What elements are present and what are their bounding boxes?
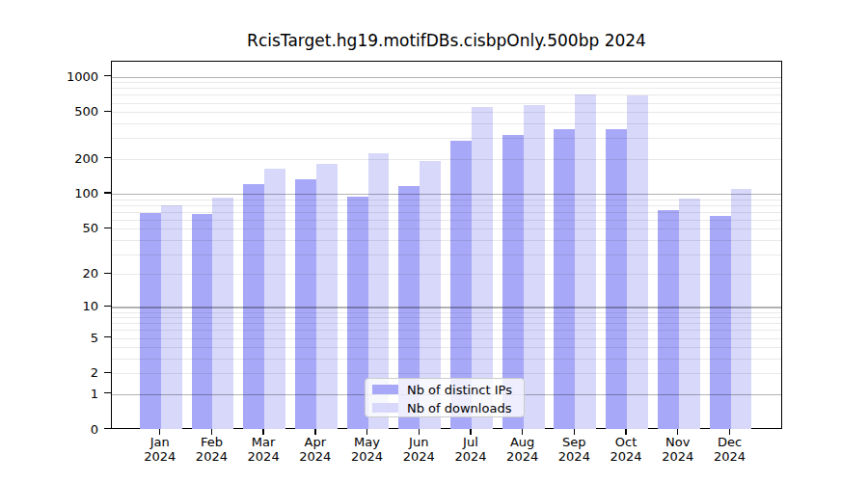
legend-swatch-downloads <box>372 403 398 413</box>
bar-downloads-apr <box>316 164 338 430</box>
grid-line-minor <box>112 274 781 275</box>
grid-line-minor <box>112 205 781 206</box>
legend: Nb of distinct IPs Nb of downloads <box>365 378 525 417</box>
grid-line-minor <box>112 82 781 83</box>
bar-downloads-oct <box>627 95 648 429</box>
grid-line-minor <box>112 373 781 374</box>
y-axis-tick-mark <box>104 273 111 274</box>
x-axis-tick-mark <box>522 429 523 435</box>
grid-line-minor <box>112 330 781 331</box>
grid-line-minor <box>112 212 781 213</box>
bar-distinct-ips-nov <box>658 210 679 429</box>
grid-line-minor <box>112 317 781 318</box>
y-axis-tick-label: 20 <box>82 266 98 281</box>
grid-line-major <box>112 307 781 308</box>
y-axis-tick-label: 5 <box>91 330 98 344</box>
legend-label-downloads: Nb of downloads <box>407 402 511 415</box>
y-axis-tick-mark <box>104 336 111 337</box>
grid-line-minor <box>112 254 781 255</box>
legend-label-distinct-ips: Nb of distinct IPs <box>407 384 512 396</box>
y-axis-tick-mark <box>104 228 111 228</box>
x-axis-tick-mark <box>366 429 367 435</box>
grid-line-minor <box>112 228 781 229</box>
x-axis-tick-mark <box>470 429 471 435</box>
chart-title: RcisTarget.hg19.motifDBs.cisbpOnly.500bp… <box>111 31 782 50</box>
x-axis-tick-mark <box>262 429 263 435</box>
grid-line-minor <box>112 94 781 95</box>
y-axis-tick-label: 10 <box>82 299 98 313</box>
x-axis-tick-mark <box>574 429 575 435</box>
y-axis-tick-label: 1000 <box>67 68 98 83</box>
y-axis-tick-mark <box>104 75 111 76</box>
x-axis-tick-label: Dec2024 <box>696 435 764 464</box>
y-axis-tick-mark <box>104 157 111 158</box>
x-axis-tick-mark <box>211 429 212 435</box>
x-axis-tick-mark <box>419 429 420 435</box>
x-axis-tick-mark <box>729 429 730 435</box>
y-axis-tick-label: 50 <box>82 221 98 235</box>
y-axis-tick-mark <box>104 306 111 307</box>
y-axis-tick-label: 1 <box>91 386 98 400</box>
grid-line-minor <box>112 112 781 113</box>
download-stats-chart: RcisTarget.hg19.motifDBs.cisbpOnly.500bp… <box>0 0 868 482</box>
grid-line-minor <box>112 347 781 348</box>
bar-downloads-mar <box>264 169 285 430</box>
plot-area <box>111 61 782 429</box>
y-axis-tick-label: 100 <box>74 186 98 201</box>
y-axis-tick-mark <box>104 192 111 193</box>
bar-distinct-ips-oct <box>606 129 627 429</box>
bar-distinct-ips-feb <box>192 214 213 430</box>
bar-downloads-aug <box>524 105 545 430</box>
bar-distinct-ips-sep <box>554 129 575 430</box>
grid-line-minor <box>112 138 781 139</box>
y-axis-tick-mark <box>104 372 111 373</box>
grid-line-minor <box>112 338 781 339</box>
grid-line-minor <box>112 359 781 360</box>
grid-line-minor <box>112 323 781 324</box>
y-axis-tick-mark <box>104 428 111 429</box>
bar-downloads-sep <box>575 94 596 429</box>
y-axis-tick-label: 200 <box>74 150 98 165</box>
grid-line-minor <box>112 88 781 89</box>
y-axis-tick-label: 2 <box>91 365 98 380</box>
x-axis-tick-mark <box>677 429 678 435</box>
x-axis-tick-mark <box>159 429 160 435</box>
bar-distinct-ips-jan <box>140 213 161 429</box>
grid-line-major <box>112 194 781 195</box>
grid-line-minor <box>112 240 781 241</box>
grid-line-minor <box>112 312 781 313</box>
grid-line-minor <box>112 220 781 221</box>
grid-line-minor <box>112 200 781 201</box>
bar-distinct-ips-apr <box>295 179 316 429</box>
legend-item-downloads: Nb of downloads <box>372 402 511 415</box>
legend-swatch-distinct-ips <box>372 385 398 394</box>
grid-line-minor <box>112 123 781 124</box>
x-axis-tick-mark <box>625 429 626 435</box>
x-axis-tick-mark <box>314 429 315 435</box>
grid-line-major <box>112 77 781 78</box>
y-axis-tick-mark <box>104 392 111 393</box>
x-axis-tick-year: 2024 <box>696 449 764 464</box>
y-axis-tick-label: 0 <box>91 421 98 436</box>
y-axis-tick-mark <box>104 111 111 112</box>
grid-line-minor <box>112 103 781 104</box>
legend-item-distinct-ips: Nb of distinct IPs <box>372 384 512 396</box>
y-axis-tick-label: 500 <box>74 104 98 119</box>
grid-line-minor <box>112 159 781 160</box>
